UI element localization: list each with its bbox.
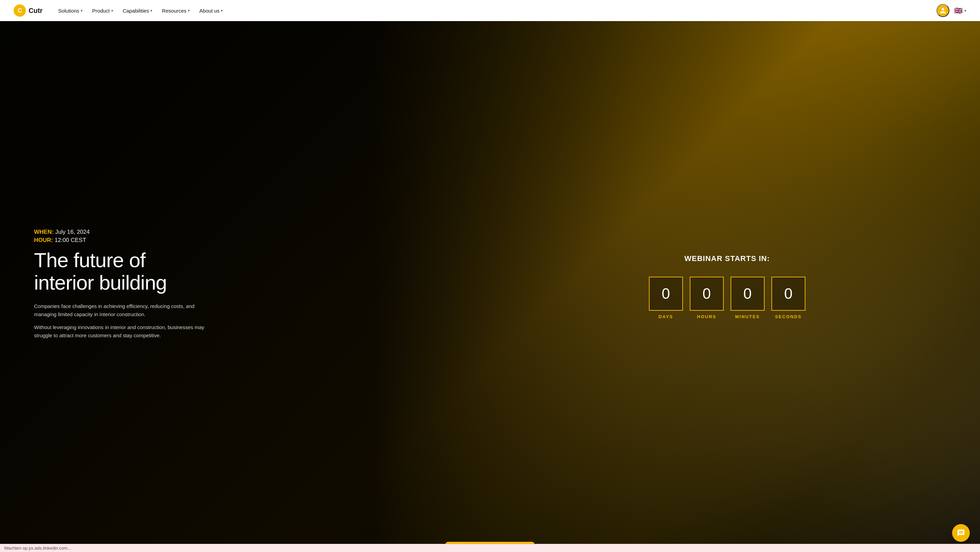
chevron-down-icon: ▾ bbox=[150, 8, 153, 13]
nav-item-resources[interactable]: Resources ▾ bbox=[159, 6, 193, 16]
chat-icon bbox=[957, 529, 965, 537]
nav-label-about-us: About us bbox=[199, 8, 220, 14]
nav-right: 🇬🇧 ▾ bbox=[937, 4, 966, 17]
when-line: WHEN: July 16, 2024 bbox=[34, 229, 508, 235]
chevron-down-icon: ▾ bbox=[81, 8, 83, 13]
when-value: July 16, 2024 bbox=[55, 229, 89, 235]
hero-description-1: Companies face challenges in achieving e… bbox=[34, 302, 211, 318]
logo[interactable]: C Cutr bbox=[14, 5, 43, 17]
brand-name: Cutr bbox=[29, 7, 43, 14]
hero-description-2: Without leveraging innovations in interi… bbox=[34, 323, 211, 340]
chevron-down-icon: ▾ bbox=[221, 8, 223, 13]
nav-left: C Cutr Solutions ▾ Product ▾ Capabilitie… bbox=[14, 5, 226, 17]
nav-label-product: Product bbox=[92, 8, 110, 14]
nav-item-solutions[interactable]: Solutions ▾ bbox=[55, 6, 86, 16]
countdown-hours: 0 HOURS bbox=[690, 277, 724, 319]
hero-section: WHEN: July 16, 2024 HOUR: 12:00 CEST The… bbox=[0, 21, 980, 552]
countdown: 0 DAYS 0 HOURS 0 MINUTES 0 SECONDS bbox=[649, 277, 805, 319]
nav-label-capabilities: Capabilities bbox=[123, 8, 150, 14]
chevron-down-icon: ▾ bbox=[111, 8, 113, 13]
countdown-days-label: DAYS bbox=[659, 314, 673, 319]
hour-label: HOUR: bbox=[34, 237, 53, 243]
navbar: C Cutr Solutions ▾ Product ▾ Capabilitie… bbox=[0, 0, 980, 21]
countdown-days-value: 0 bbox=[649, 277, 683, 311]
flag-icon: 🇬🇧 bbox=[954, 6, 963, 14]
hero-right: WEBINAR STARTS IN: 0 DAYS 0 HOURS 0 MINU… bbox=[508, 254, 946, 319]
event-time-info: WHEN: July 16, 2024 HOUR: 12:00 CEST bbox=[34, 229, 508, 244]
when-label: WHEN: bbox=[34, 229, 54, 235]
hero-title-line1: The future of bbox=[34, 249, 145, 272]
countdown-minutes-label: MINUTES bbox=[735, 314, 760, 319]
nav-item-about-us[interactable]: About us ▾ bbox=[196, 6, 226, 16]
countdown-seconds: 0 SECONDS bbox=[772, 277, 805, 319]
logo-icon: C bbox=[14, 5, 26, 17]
countdown-hours-value: 0 bbox=[690, 277, 724, 311]
chevron-down-icon: ▾ bbox=[964, 8, 966, 13]
chat-button[interactable] bbox=[952, 524, 970, 542]
nav-item-product[interactable]: Product ▾ bbox=[89, 6, 117, 16]
status-bar: Wachten op px.ads.linkedin.com... bbox=[0, 544, 980, 552]
hero-left: WHEN: July 16, 2024 HOUR: 12:00 CEST The… bbox=[34, 229, 508, 344]
countdown-seconds-value: 0 bbox=[772, 277, 805, 311]
user-account-button[interactable] bbox=[937, 4, 950, 17]
nav-links: Solutions ▾ Product ▾ Capabilities ▾ Res… bbox=[55, 6, 226, 16]
hero-title-line2: interior building bbox=[34, 271, 167, 294]
hero-content: WHEN: July 16, 2024 HOUR: 12:00 CEST The… bbox=[0, 229, 980, 344]
countdown-minutes: 0 MINUTES bbox=[730, 277, 765, 319]
nav-label-resources: Resources bbox=[162, 8, 186, 14]
chevron-down-icon: ▾ bbox=[188, 8, 190, 13]
user-icon bbox=[940, 7, 946, 14]
status-text: Wachten op px.ads.linkedin.com... bbox=[4, 546, 72, 550]
countdown-days: 0 DAYS bbox=[649, 277, 683, 319]
countdown-minutes-value: 0 bbox=[730, 277, 765, 311]
webinar-title: WEBINAR STARTS IN: bbox=[684, 254, 770, 263]
language-selector[interactable]: 🇬🇧 ▾ bbox=[954, 6, 966, 14]
countdown-hours-label: HOURS bbox=[697, 314, 716, 319]
hour-value: 12:00 CEST bbox=[54, 237, 86, 243]
hour-line: HOUR: 12:00 CEST bbox=[34, 237, 508, 244]
nav-item-capabilities[interactable]: Capabilities ▾ bbox=[119, 6, 156, 16]
countdown-seconds-label: SECONDS bbox=[775, 314, 802, 319]
nav-label-solutions: Solutions bbox=[58, 8, 79, 14]
hero-title: The future of interior building bbox=[34, 249, 508, 294]
